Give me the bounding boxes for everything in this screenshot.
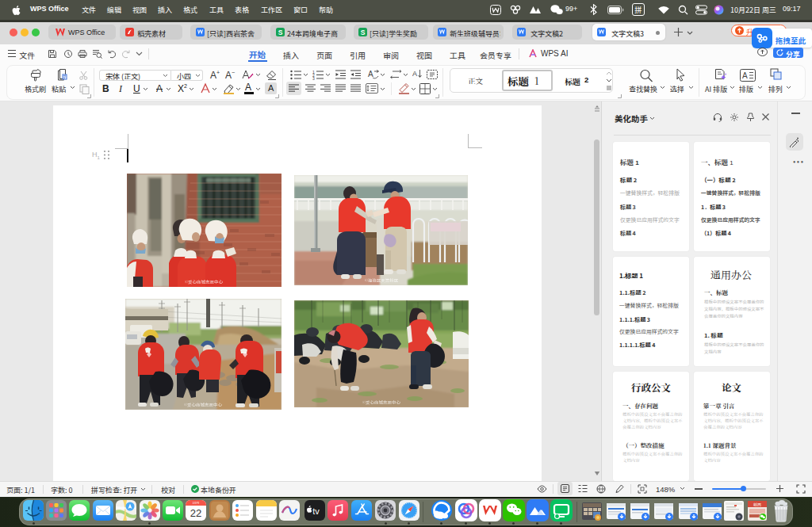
svg-text:©爱心商城志愿中心: ©爱心商城志愿中心 xyxy=(185,279,224,285)
svg-text:©海沧区天竺社区: ©海沧区天竺社区 xyxy=(365,277,399,284)
svg-text:A: A xyxy=(742,71,748,80)
svg-text:A: A xyxy=(412,70,417,78)
svg-text:©爱心商城志愿中心: ©爱心商城志愿中心 xyxy=(362,399,401,406)
svg-text:22: 22 xyxy=(190,507,201,519)
svg-text:10月: 10月 xyxy=(193,500,200,505)
svg-text:稻壳: 稻壳 xyxy=(753,502,761,507)
svg-text:S: S xyxy=(361,29,366,36)
svg-text:tv: tv xyxy=(312,506,320,516)
svg-text:3: 3 xyxy=(312,76,315,80)
svg-text:S: S xyxy=(278,29,283,36)
svg-text:A: A xyxy=(368,70,373,78)
svg-text:©爱心商城志愿中心: ©爱心商城志愿中心 xyxy=(184,402,223,408)
